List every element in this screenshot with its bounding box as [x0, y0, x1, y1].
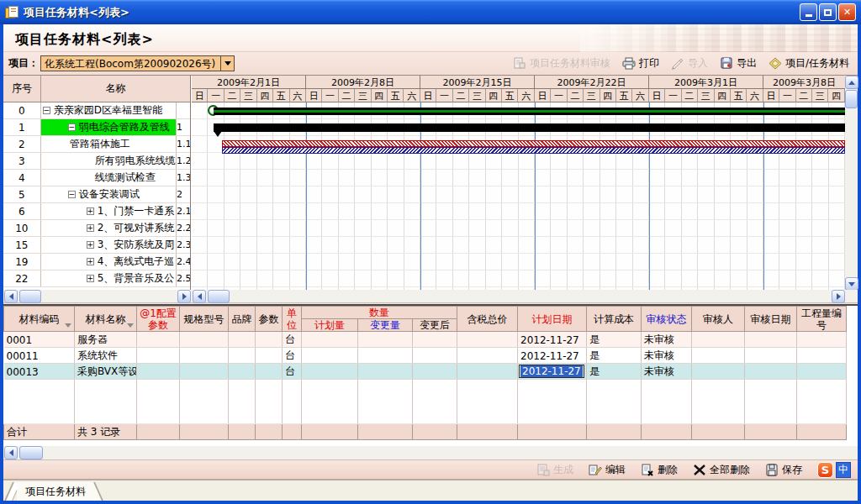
gantt-vertical-scrollbar[interactable] [845, 76, 858, 291]
column-header-name[interactable]: 材料名称 [75, 307, 137, 332]
tab-label: 项目任务材料 [25, 486, 86, 497]
column-header-audit_status[interactable]: 审核状态 [642, 307, 692, 332]
close-button[interactable]: ✕ [838, 3, 856, 21]
gantt-scroll-right-button[interactable] [832, 290, 845, 303]
task-row[interactable]: 2管路箱体施工1.1 [3, 136, 190, 153]
column-header-name[interactable]: 名称 [41, 76, 190, 102]
save-button[interactable]: 保存 [765, 463, 802, 477]
splitter-right-button[interactable] [177, 290, 191, 303]
total-cell [587, 424, 642, 440]
delete-all-button[interactable]: 全部删除 [693, 463, 750, 477]
task-name-cell: +2、可视对讲系统 [41, 220, 177, 236]
vertical-scroll-thumb[interactable] [845, 90, 858, 108]
column-header-plan_qty[interactable]: 计划量 [302, 319, 358, 332]
cell-audit_status: 未审核 [642, 364, 692, 380]
material-row[interactable]: 00013采购BVX等设备台2012-11-27是未审核 [4, 364, 847, 380]
total-cell [518, 424, 587, 440]
left-grid-scroll-left-button[interactable] [4, 290, 18, 303]
task-grid-header: 序号 名称 [3, 76, 190, 102]
edit-button[interactable]: 编辑 [589, 463, 626, 477]
task-name: 线缆测试检查 [95, 171, 156, 185]
scroll-down-button[interactable] [845, 277, 858, 291]
column-header-after_qty[interactable]: 变更后 [413, 319, 457, 332]
plan-date-editor[interactable]: 2012-11-27 [519, 365, 585, 378]
column-header-cfg[interactable]: @1配置参数 [137, 307, 180, 332]
column-header-spec[interactable]: 规格型号 [180, 307, 229, 332]
material-button[interactable]: 项目/任务材料 [769, 56, 849, 71]
column-header-total[interactable]: 含税总价 [457, 307, 518, 332]
table-scroll-thumb[interactable] [19, 446, 43, 459]
task-row[interactable]: 15+3、安防系统及周2.3 [3, 237, 190, 254]
export-button[interactable]: 导出 [720, 56, 757, 71]
task-row[interactable]: 22+5、背景音乐及公2.5 [3, 270, 190, 287]
table-hscroll-row [3, 446, 858, 460]
gantt-scroll-left-button[interactable] [193, 290, 206, 303]
column-header-param[interactable]: 参数 [256, 307, 283, 332]
column-header-chg_qty[interactable]: 变更量 [358, 319, 413, 332]
column-header-audit_date[interactable]: 审核日期 [745, 307, 797, 332]
gantt-scroll-thumb[interactable] [208, 290, 230, 303]
material-row[interactable]: 00011系统软件台2012-11-27是未审核 [4, 348, 847, 364]
gantt-bar-actual[interactable] [222, 147, 845, 154]
gantt-bar-summary[interactable] [214, 123, 845, 132]
task-row[interactable]: 1−弱电综合管路及管线1 [3, 119, 190, 136]
cell-after_qty [413, 364, 457, 380]
task-wbs: 1 [177, 119, 190, 135]
task-row[interactable]: 19+4、离线式电子巡2.4 [3, 254, 190, 270]
task-row[interactable]: 0−亲亲家园D区幸福里智能 [3, 102, 190, 119]
column-header-unit[interactable]: 单位 [283, 307, 302, 332]
sogou-icon[interactable]: S [817, 462, 833, 478]
task-name: 1、门禁一卡通系 [98, 204, 175, 218]
project-toolbar: 项目： 化系统工程(Bocom第200902026号) 项目任务材料审核打印导入… [3, 52, 858, 75]
gantt-bar-summary[interactable] [214, 108, 845, 115]
table-scroll-left-button[interactable] [4, 446, 18, 459]
print-button[interactable]: 打印 [622, 56, 659, 71]
empty-rows [4, 380, 847, 424]
date-input[interactable]: 2012-11-27 [519, 365, 584, 378]
task-seq: 4 [3, 170, 41, 186]
task-row[interactable]: 3所有弱电系统线缆1.2 [3, 153, 190, 170]
gantt-bar-planned[interactable] [222, 140, 845, 147]
minimize-button[interactable] [800, 3, 817, 21]
column-header-calc_cost[interactable]: 计算成本 [587, 307, 642, 332]
task-name: 弱电综合管路及管线 [79, 120, 170, 134]
scroll-up-button[interactable] [845, 76, 858, 89]
cell-param [256, 332, 283, 348]
collapse-icon[interactable]: − [68, 123, 76, 131]
project-select-arrow[interactable] [220, 56, 234, 71]
project-select[interactable]: 化系统工程(Bocom第200902026号) [40, 55, 235, 71]
delete-button[interactable]: 删除 [641, 463, 678, 477]
column-header-plan_date[interactable]: 计划日期 [518, 307, 587, 332]
tab-materials[interactable]: 项目任务材料 [17, 482, 93, 501]
task-row[interactable]: 4线缆测试检查1.3 [3, 170, 190, 186]
expand-icon[interactable]: + [87, 207, 94, 215]
material-row[interactable]: 0001服务器台2012-11-27是未审核 [4, 332, 847, 348]
expand-icon[interactable]: + [87, 275, 94, 282]
material-label: 项目/任务材料 [785, 56, 849, 71]
column-header-seq[interactable]: 序号 [3, 76, 41, 102]
column-header-code[interactable]: 材料编码 [4, 307, 75, 332]
maximize-button[interactable] [819, 3, 837, 21]
task-name-cell: +3、安防系统及周 [41, 237, 177, 253]
column-header-wbs_no[interactable]: 工程量编号 [797, 307, 847, 332]
column-header-auditor[interactable]: 审核人 [692, 307, 745, 332]
window-title: 项目任务材料<列表> [24, 5, 129, 20]
chinese-ime-icon[interactable]: 中 [836, 462, 851, 478]
left-grid-scroll-thumb[interactable] [19, 290, 41, 303]
collapse-icon[interactable]: − [68, 191, 76, 198]
expand-icon[interactable]: + [87, 241, 94, 249]
task-row[interactable]: 5−设备安装调试2 [3, 186, 190, 203]
arrow-up-icon [848, 81, 855, 85]
column-header-brand[interactable]: 品牌 [229, 307, 256, 332]
expand-icon[interactable]: + [87, 224, 94, 232]
cell-audit_status: 未审核 [642, 348, 692, 364]
task-row[interactable]: 6+1、门禁一卡通系2.1 [3, 203, 190, 220]
collapse-icon[interactable]: − [43, 107, 50, 114]
cell-brand [229, 332, 256, 348]
cell-cfg [137, 348, 180, 364]
column-header-qty[interactable]: 数量 [302, 307, 457, 319]
task-name-cell: 所有弱电系统线缆 [41, 153, 177, 169]
task-row[interactable]: 10+2、可视对讲系统2.2 [3, 220, 190, 237]
expand-icon[interactable]: + [87, 258, 94, 265]
cell-plan_date: 2012-11-27 [518, 332, 587, 348]
